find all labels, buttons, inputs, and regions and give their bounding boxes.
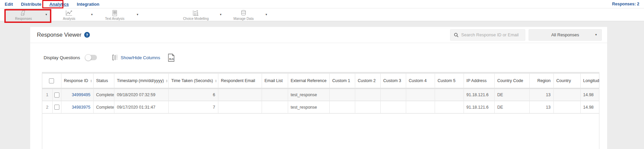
svg-text:XLS: XLS [169,58,174,60]
cell-email_list [262,88,288,101]
table-row[interactable]: 234983975Completed09/17/2020 01:31:477te… [42,101,599,113]
column-header-custom3[interactable]: Custom 3 [380,74,406,88]
toolbar-item-manage-data[interactable]: Manage Data ▼ [225,8,271,21]
column-header-custom1[interactable]: Custom 1 [329,74,355,88]
column-header-id[interactable]: Response ID▲▼ [61,74,93,88]
column-header-country_code[interactable]: Country Code [494,74,529,88]
cell-ip_address: 91.18.121.6 [464,88,494,101]
nav-item-edit[interactable]: Edit [5,2,13,7]
select-all-checkbox[interactable] [49,78,54,83]
display-questions-toggle[interactable] [86,55,97,60]
responses-count: Responses: 2 [612,2,639,6]
chevron-down-icon[interactable]: ▼ [133,13,142,16]
cell-custom5 [435,88,464,101]
cell-region: 13 [529,101,553,113]
column-header-ip_address[interactable]: IP Address [464,74,494,88]
row-checkbox[interactable] [54,92,59,98]
column-header-custom5[interactable]: Custom 5 [435,74,464,88]
search-box[interactable] [450,29,525,41]
column-header-external_reference[interactable]: External Reference [288,74,329,88]
cell-time_taken: 7 [168,101,218,113]
analysis-icon [65,10,73,16]
cell-custom3 [380,88,406,101]
toolbar-item-choice-modelling[interactable]: Choice Modelling ▼ [176,8,225,21]
column-header-status[interactable]: Status [93,74,114,88]
responses-table-container[interactable]: Response ID▲▼StatusTimestamp (mm/dd/yyyy… [42,72,599,149]
cell-id[interactable]: 34983975 [61,101,93,113]
sort-icon[interactable]: ▲▼ [215,79,217,83]
cell-region: 13 [529,88,553,101]
export-xls-button[interactable]: XLS [168,53,175,62]
toolbar-item-label: Analysis [63,17,75,21]
help-icon[interactable]: ? [84,32,90,38]
cell-country_code: DE [494,101,529,113]
cell-respondent_email [218,88,262,101]
column-header-timestamp[interactable]: Timestamp (mm/dd/yyyy)▲▼ [114,74,168,88]
chevron-down-icon[interactable]: ▼ [42,13,51,16]
column-header-longitude[interactable]: Longitude [580,74,599,88]
analytics-toolbar: Responses ▼ Analysis ▼ [0,8,644,21]
search-icon [454,33,459,37]
cell-external_reference: test_response [288,88,329,101]
nav-item-distribute[interactable]: Distribute [21,2,42,7]
column-header-time_taken[interactable]: Time Taken (Seconds)▲▼ [168,74,218,88]
cell-external_reference: test_response [288,101,329,113]
toolbar-item-analysis[interactable]: Analysis ▼ [51,8,97,21]
cell-custom3 [380,101,406,113]
cell-country_code: DE [494,88,529,101]
column-header-custom2[interactable]: Custom 2 [355,74,380,88]
row-checkbox[interactable] [54,105,59,110]
nav-item-integration[interactable]: Integration [77,2,99,7]
row-number: 2 [42,101,52,113]
cell-custom2 [355,88,380,101]
sort-icon[interactable]: ▲▼ [166,79,168,83]
toolbar-item-responses[interactable]: Responses ▼ [5,8,51,21]
responses-table: Response ID▲▼StatusTimestamp (mm/dd/yyyy… [42,74,599,114]
search-input[interactable] [461,32,522,37]
cell-email_list [262,101,288,113]
cell-custom4 [406,101,435,113]
cell-country [553,101,580,113]
cell-id[interactable]: 34999495 [61,88,93,101]
cell-custom1 [329,88,355,101]
cell-custom5 [435,101,464,113]
toolbar-item-text-analysis[interactable]: Text Analysis ▼ [97,8,142,21]
column-header-country[interactable]: Country [553,74,580,88]
chevron-down-icon[interactable]: ▼ [262,13,271,16]
page-title: Response Viewer [37,32,82,38]
text-analysis-icon [111,10,118,16]
row-number: 1 [42,88,52,101]
panel-header: Response Viewer ? All Responses ▼ [30,27,607,43]
columns-icon [112,54,118,61]
toolbar-item-label: Manage Data [233,17,254,21]
chevron-down-icon[interactable]: ▼ [216,13,225,16]
table-header-row: Response ID▲▼StatusTimestamp (mm/dd/yyyy… [42,74,599,88]
chevron-down-icon: ▼ [595,33,597,36]
nav-item-analytics[interactable]: Analytics [49,2,69,7]
xls-icon: XLS [168,53,175,62]
show-hide-columns-button[interactable]: Show/Hide Columns [112,54,160,61]
column-header-region[interactable]: Region [529,74,553,88]
column-header-email_list[interactable]: Email List [262,74,288,88]
choice-modelling-icon [192,10,200,16]
toolbar-item-label: Text Analysis [105,17,124,21]
cell-timestamp: 09/18/2020 07:32:59 [114,88,168,101]
response-filter-select[interactable]: All Responses ▼ [529,29,602,41]
sort-icon[interactable]: ▲▼ [90,79,92,83]
response-viewer-panel: Response Viewer ? All Responses ▼ Displa… [30,27,607,149]
display-questions-label: Display Questions [44,55,80,60]
chevron-down-icon[interactable]: ▼ [87,13,97,16]
cell-custom2 [355,101,380,113]
cell-longitude: 14.98 [580,101,599,113]
table-row[interactable]: 134999495Completed09/18/2020 07:32:596te… [42,88,599,101]
row-checkbox-cell [52,88,61,101]
top-nav-bar: Edit Distribute Analytics Integration Re… [0,0,644,8]
cell-longitude: 14.98 [580,88,599,101]
cell-country [553,88,580,101]
toggle-knob [85,54,92,61]
column-header-custom4[interactable]: Custom 4 [406,74,435,88]
cell-time_taken: 6 [168,88,218,101]
toolbar-item-label: Choice Modelling [183,17,209,21]
cell-timestamp: 09/17/2020 01:31:47 [114,101,168,113]
column-header-respondent_email[interactable]: Respondent Email [218,74,262,88]
